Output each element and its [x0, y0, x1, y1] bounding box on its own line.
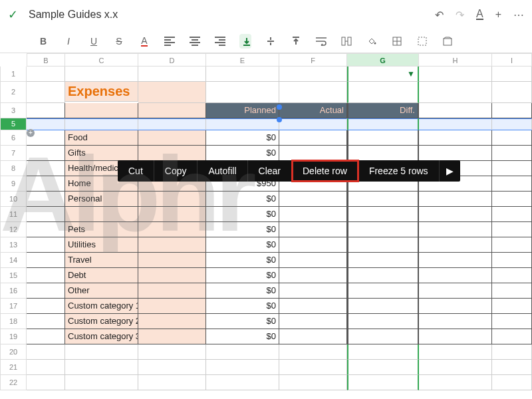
- svg-rect-5: [444, 39, 452, 45]
- col-C[interactable]: C: [65, 53, 138, 66]
- border-style-icon[interactable]: [416, 37, 428, 46]
- align-left-icon[interactable]: [164, 37, 176, 46]
- selection-handle[interactable]: [277, 117, 282, 122]
- svg-rect-0: [342, 37, 345, 45]
- merge-icon[interactable]: [340, 37, 352, 46]
- col-G[interactable]: G: [347, 53, 419, 66]
- add-row-icon[interactable]: +: [27, 129, 35, 137]
- col-E[interactable]: E: [206, 53, 279, 66]
- underline-button[interactable]: U: [88, 36, 100, 47]
- align-center-icon[interactable]: [189, 37, 201, 46]
- valign-top-icon[interactable]: [290, 37, 302, 46]
- col-H[interactable]: H: [419, 53, 492, 66]
- col-planned[interactable]: Planned: [206, 103, 279, 118]
- column-headers[interactable]: B C D E F G H I: [27, 53, 532, 66]
- ctx-autofill[interactable]: Autofill: [198, 160, 247, 182]
- align-right-icon[interactable]: [214, 37, 226, 46]
- clear-format-icon[interactable]: [442, 37, 454, 46]
- col-I[interactable]: I: [492, 53, 532, 66]
- row-head[interactable]: 5: [0, 118, 27, 130]
- ctx-clear[interactable]: Clear: [248, 160, 292, 182]
- check-icon[interactable]: ✓: [8, 7, 18, 22]
- more-icon[interactable]: ⋯: [513, 9, 524, 21]
- ctx-delete-row[interactable]: Delete row: [292, 160, 358, 182]
- bold-button[interactable]: B: [37, 36, 49, 47]
- col-actual[interactable]: Actual: [279, 103, 347, 118]
- ctx-cut[interactable]: Cut: [118, 160, 154, 182]
- valign-bottom-icon[interactable]: [239, 34, 251, 49]
- col-B[interactable]: B: [27, 53, 65, 66]
- borders-icon[interactable]: [391, 37, 403, 46]
- col-diff[interactable]: Diff.: [347, 103, 419, 118]
- text-color-button[interactable]: A: [138, 35, 150, 47]
- wrap-icon[interactable]: [315, 37, 327, 46]
- text-format-icon[interactable]: A: [476, 9, 483, 20]
- strike-button[interactable]: S: [113, 36, 125, 47]
- context-menu: Cut Copy Autofill Clear Delete row Freez…: [118, 160, 460, 182]
- valign-middle-icon[interactable]: [265, 37, 277, 46]
- doc-title: Sample Guides x.x: [29, 9, 435, 21]
- undo-icon[interactable]: ↶: [435, 9, 444, 21]
- svg-rect-1: [348, 37, 351, 45]
- grid[interactable]: 1 ▼ 2 Expenses 3 Planned Actual Diff. 5 …: [0, 66, 532, 390]
- add-icon[interactable]: +: [495, 9, 501, 21]
- ctx-copy[interactable]: Copy: [154, 160, 198, 182]
- selection-handle[interactable]: [277, 104, 282, 110]
- fill-color-icon[interactable]: [366, 36, 378, 47]
- row-head[interactable]: 3: [0, 103, 27, 118]
- format-toolbar: B I U S A: [0, 29, 532, 53]
- svg-point-2: [374, 42, 376, 44]
- row-head[interactable]: 2: [0, 82, 27, 103]
- col-D[interactable]: D: [138, 53, 206, 66]
- col-F[interactable]: F: [279, 53, 347, 66]
- ctx-freeze[interactable]: Freeze 5 rows: [358, 160, 440, 182]
- ctx-more-icon[interactable]: ▶: [440, 160, 460, 182]
- italic-button[interactable]: I: [63, 36, 74, 47]
- filter-icon[interactable]: ▼: [407, 69, 415, 78]
- sheet-title[interactable]: Expenses: [65, 82, 138, 102]
- redo-icon[interactable]: ↷: [456, 9, 464, 21]
- svg-rect-4: [418, 37, 426, 45]
- row-head[interactable]: 1: [0, 66, 27, 82]
